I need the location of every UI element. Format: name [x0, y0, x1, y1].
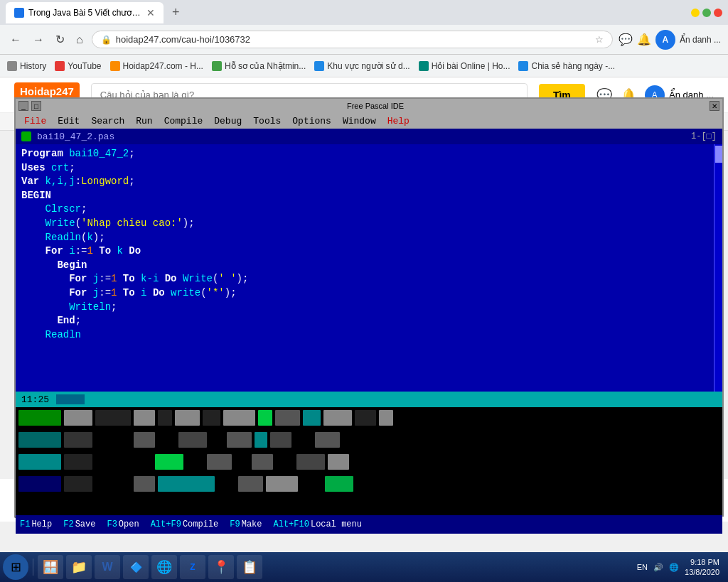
output-block [175, 410, 200, 426]
menu-compile[interactable]: Compile [159, 114, 209, 128]
menu-debug[interactable]: Debug [208, 114, 247, 128]
bookmark-hoidap-label: Hoidap247.com - H... [123, 61, 203, 71]
address-bar: ← → ↻ ⌂ 🔒 hoidap247.com/cau-hoi/1036732 … [0, 25, 728, 55]
new-tab-button[interactable]: + [169, 2, 183, 23]
ide-maximize-button[interactable]: □ [31, 101, 41, 111]
ide-scrollbar-vertical[interactable] [714, 144, 722, 392]
output-block [134, 476, 155, 492]
logo-text: Hoidap247 [20, 85, 74, 97]
minimize-button[interactable] [691, 9, 700, 17]
ide-funckeys-bar: F1 Help F2 Save F3 Open Alt+F9 Compile F… [16, 515, 722, 534]
address-box[interactable]: 🔒 hoidap247.com/cau-hoi/1036732 ☆ [92, 31, 613, 48]
tab-close-icon[interactable]: ✕ [146, 7, 155, 18]
taskbar-item-files[interactable]: 📁 [66, 555, 92, 579]
clock-date: 13/8/2020 [685, 567, 719, 577]
output-block [275, 410, 300, 426]
output-block [294, 432, 312, 448]
taskbar-item-app2[interactable]: 📋 [237, 555, 262, 579]
ide-title-text: Free Pascal IDE [44, 102, 707, 110]
ide-code-editor[interactable]: Program bai10_47_2; Uses crt; Var k,i,j:… [16, 144, 722, 392]
ide-scroll-thumb[interactable] [715, 146, 722, 163]
code-line-1: Program bai10_47_2; [21, 147, 717, 161]
menu-edit[interactable]: Edit [52, 114, 85, 128]
taskbar-item-chrome[interactable]: 🌐 [151, 555, 177, 579]
bookmark-hoidap[interactable]: Hoidap247.com - H... [110, 61, 203, 71]
menu-tools[interactable]: Tools [247, 114, 287, 128]
bookmark-khuvuc-label: Khu vực người sử d... [327, 61, 410, 71]
fkey-f1: F1 [20, 519, 30, 529]
ide-titlebar: _ □ Free Pascal IDE ✕ [16, 99, 722, 113]
taskbar-system-tray: EN 🔊 🌐 9:18 PM 13/8/2020 [637, 557, 725, 578]
output-block [18, 476, 61, 492]
back-button[interactable]: ← [7, 31, 24, 49]
code-line-12: Writeln; [21, 301, 717, 315]
bookmark-youtube-label: YouTube [68, 61, 101, 71]
browser-tab[interactable]: Trong Java Bài 5 Viết chương trì... ✕ [6, 2, 164, 23]
taskbar-item-zalo[interactable]: Z [180, 555, 205, 579]
output-block [64, 432, 92, 448]
ide-close-button[interactable]: ✕ [710, 101, 719, 111]
tab-title: Trong Java Bài 5 Viết chương trì... [28, 8, 142, 18]
output-block [255, 432, 267, 448]
tray-icon-2: 🌐 [669, 563, 679, 572]
bookmark-youtube[interactable]: YouTube [55, 61, 101, 71]
output-block [95, 410, 131, 426]
output-block [95, 432, 131, 448]
bookmarks-bar: History YouTube Hoidap247.com - H... Hỗ … [0, 55, 728, 77]
extension-icon-1[interactable]: 💬 [619, 33, 633, 46]
output-block [325, 476, 353, 492]
menu-search[interactable]: Search [85, 114, 130, 128]
code-line-6: Write('Nhap chieu cao:'); [21, 217, 717, 231]
output-block [223, 410, 255, 426]
close-button[interactable] [714, 9, 722, 17]
windows-icon: 🪟 [43, 559, 58, 575]
output-block [270, 432, 291, 448]
bookmark-history[interactable]: History [7, 61, 46, 71]
code-line-10: For j:=1 To k-i Do Write(' '); [21, 272, 717, 286]
home-button[interactable]: ⌂ [73, 31, 86, 49]
taskbar-item-maps[interactable]: 📍 [208, 555, 234, 579]
bookmark-chia-se[interactable]: Chia sẻ hàng ngày -... [518, 61, 615, 71]
profile-button[interactable]: A [655, 30, 675, 50]
menu-file[interactable]: File [18, 114, 52, 128]
bookmark-khuvuc[interactable]: Khu vực người sử d... [314, 61, 410, 71]
bookmark-hosom-label: Hỗ sơ của Nhậtmin... [225, 61, 306, 71]
bookmark-hoibai[interactable]: Hỏi bài Online | Ho... [419, 61, 510, 71]
ide-output-area [16, 407, 722, 515]
refresh-button[interactable]: ↻ [53, 30, 68, 49]
bookmark-star-icon[interactable]: ☆ [595, 34, 604, 45]
menu-window[interactable]: Window [337, 114, 382, 128]
code-line-8: For i:=1 To k Do [21, 244, 717, 259]
output-block [303, 410, 321, 426]
forward-button[interactable]: → [30, 31, 47, 49]
taskbar-item-logo1[interactable]: 🔷 [123, 555, 149, 579]
fkey-altf9-label: Compile [183, 519, 218, 529]
address-text: hoidap247.com/cau-hoi/1036732 [116, 34, 250, 45]
extension-icon-2[interactable]: 🔔 [637, 33, 651, 46]
output-block [266, 476, 298, 492]
lock-icon: 🔒 [101, 35, 112, 45]
profile-name: Ẩn danh ... [680, 35, 721, 45]
fkey-f2: F2 [63, 519, 73, 529]
output-block [207, 454, 232, 470]
fkey-f2-label: Save [75, 519, 96, 529]
maximize-button[interactable] [702, 9, 711, 17]
taskbar-item-windows[interactable]: 🪟 [38, 555, 63, 579]
ide-minimize-button[interactable]: _ [18, 101, 28, 111]
output-block [134, 410, 155, 426]
output-block [158, 410, 172, 426]
zalo-icon: Z [190, 562, 195, 572]
output-block [258, 410, 272, 426]
menu-run[interactable]: Run [130, 114, 158, 128]
menu-options[interactable]: Options [287, 114, 337, 128]
start-button[interactable]: ⊞ [3, 554, 28, 580]
ide-line-col: 1-[□] [691, 131, 717, 141]
fkey-altf10-label: Local menu [311, 519, 362, 529]
ide-run-indicator [21, 131, 31, 141]
menu-help[interactable]: Help [382, 114, 415, 128]
output-block [355, 410, 376, 426]
code-line-7: Readln(k); [21, 231, 717, 245]
bookmark-hosom[interactable]: Hỗ sơ của Nhậtmin... [212, 61, 306, 71]
app2-icon: 📋 [242, 559, 257, 575]
taskbar-item-word[interactable]: W [95, 555, 120, 579]
